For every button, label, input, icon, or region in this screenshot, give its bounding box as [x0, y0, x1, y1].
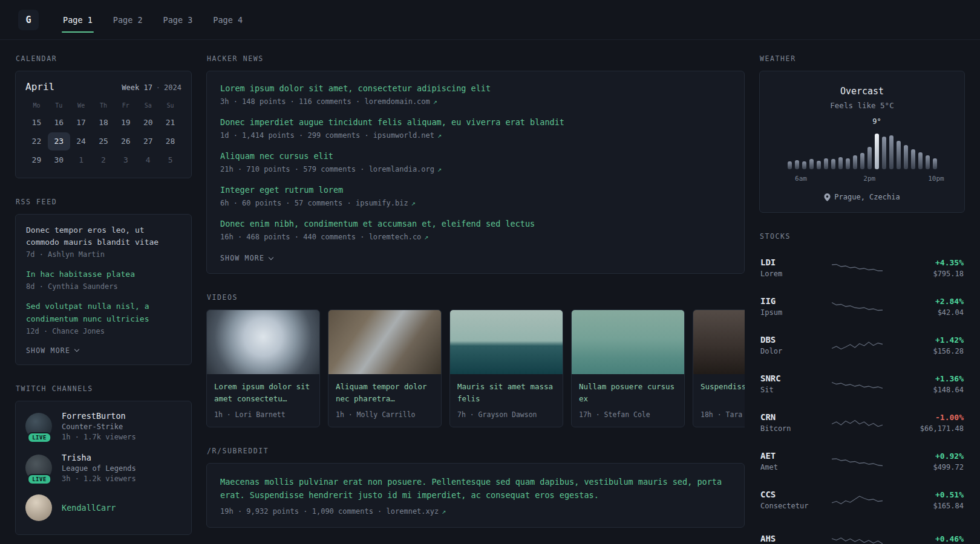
calendar-day-header: We: [70, 102, 93, 109]
video-info: Mauris sit amet massa felis 7h · Grayson…: [450, 374, 563, 427]
stock-price: $795.18: [896, 270, 964, 278]
video-card[interactable]: Mauris sit amet massa felis 7h · Grayson…: [449, 309, 563, 427]
twitch-channel-name[interactable]: ForrestBurton: [62, 411, 136, 421]
stock-price: $148.64: [896, 386, 964, 394]
subreddit-post-meta-text: 19h · 9,932 points · 1,090 comments · lo…: [220, 507, 439, 516]
external-link-icon[interactable]: ↗: [437, 165, 442, 173]
subreddit-post-title[interactable]: Maecenas mollis pulvinar erat non posuer…: [220, 475, 731, 502]
nav-tab[interactable]: Page 3: [162, 13, 194, 27]
calendar-dates: 15 16 17 18 19 20 21 22 23 24 25 26 27 2…: [25, 114, 181, 169]
stock-id: DBS Dolor: [760, 335, 818, 355]
stock-name: Sit: [760, 386, 818, 394]
stock-id: CRN Bitcorn: [760, 412, 818, 433]
weather-bar: [831, 159, 835, 169]
rss-item-title[interactable]: Sed volutpat nulla nisl, a condimentum n…: [26, 300, 181, 325]
calendar-date: 30: [48, 151, 70, 169]
calendar-date: 28: [159, 132, 181, 151]
video-card[interactable]: Aliquam tempor dolor nec pharetra… 1h · …: [328, 309, 442, 427]
video-card[interactable]: Lorem ipsum dolor sit amet consectetu… 1…: [206, 309, 320, 427]
calendar-day-headers: Mo Tu We Th Fr Sa Su: [25, 102, 181, 109]
calendar-day-header: Th: [93, 102, 115, 109]
twitch-channel-info: KendallCarr: [62, 503, 116, 513]
stock-row[interactable]: AET Amet +0.92% $499.72: [759, 442, 965, 481]
calendar-week-year: Week 17·2024: [122, 83, 181, 92]
video-title[interactable]: Suspendisse diam: [701, 381, 745, 405]
video-thumbnail[interactable]: [572, 310, 684, 374]
video-title[interactable]: Nullam posuere cursus ex: [579, 381, 677, 405]
video-title[interactable]: Mauris sit amet massa felis: [457, 381, 555, 405]
video-title[interactable]: Aliquam tempor dolor nec pharetra…: [336, 381, 434, 405]
video-thumbnail[interactable]: [450, 310, 563, 374]
twitch-channel[interactable]: LIVE Trisha League of Legends 3h · 1.2k …: [25, 453, 181, 483]
stock-values: +0.46%: [896, 534, 964, 543]
weather-bar: [838, 157, 843, 169]
videos-widget: VIDEOS Lorem ipsum dolor sit amet consec…: [206, 293, 745, 427]
nav-tab[interactable]: Page 4: [212, 13, 244, 27]
weather-time-label: 6am: [795, 175, 807, 183]
stock-sparkline: [818, 453, 896, 470]
weather-time-label: 10pm: [928, 175, 944, 183]
stock-row[interactable]: LDI Lorem +4.35% $795.18: [759, 248, 965, 287]
stock-row[interactable]: IIG Ipsum +2.84% $42.04: [759, 287, 965, 326]
twitch-channel-name[interactable]: Trisha: [62, 453, 136, 462]
twitch-channel[interactable]: LIVE KendallCarr: [25, 494, 181, 521]
rss-show-more-button[interactable]: SHOW MORE: [26, 345, 181, 356]
stock-price: $156.28: [896, 347, 964, 355]
hn-show-more-button[interactable]: SHOW MORE: [220, 253, 731, 264]
twitch-channel-info: Trisha League of Legends 3h · 1.2k viewe…: [62, 453, 136, 483]
hn-item-title[interactable]: Integer eget rutrum lorem: [220, 185, 731, 195]
video-thumbnail[interactable]: [328, 310, 441, 374]
stock-id: SNRC Sit: [760, 374, 818, 394]
subreddit-post-meta: 19h · 9,932 points · 1,090 comments · lo…: [220, 507, 731, 516]
calendar-day-header: Tu: [48, 102, 70, 109]
weather-temp-label: 9°: [872, 117, 881, 126]
hn-item-title[interactable]: Donec enim nibh, condimentum et accumsan…: [220, 219, 731, 228]
hn-item-meta-text: 1d · 1,414 points · 299 comments · ipsum…: [220, 131, 434, 140]
nav-tab[interactable]: Page 2: [112, 13, 144, 27]
external-link-icon[interactable]: ↗: [437, 131, 442, 140]
stock-row[interactable]: AHS +0.46%: [759, 519, 965, 544]
stock-row[interactable]: SNRC Sit +1.36% $148.64: [759, 364, 965, 403]
hn-item-meta-text: 16h · 468 points · 440 comments · loremt…: [220, 233, 421, 241]
twitch-channel[interactable]: LIVE ForrestBurton Counter-Strike 1h · 1…: [25, 411, 181, 441]
rss-item-title[interactable]: Donec tempor eros leo, ut commodo mauris…: [26, 224, 181, 248]
weather-chart: 9° 6am 2pm 10pm: [769, 116, 955, 183]
weather-bar: [788, 161, 792, 169]
rss-item-title[interactable]: In hac habitasse platea: [26, 268, 181, 280]
external-link-icon[interactable]: ↗: [442, 507, 446, 516]
calendar-date: 21: [159, 114, 181, 132]
rss-list: Donec tempor eros leo, ut commodo mauris…: [26, 224, 181, 335]
stock-values: +0.51% $165.84: [896, 490, 964, 510]
hn-item-title[interactable]: Lorem ipsum dolor sit amet, consectetur …: [220, 83, 731, 93]
stock-row[interactable]: CRN Bitcorn -1.00% $66,171.48: [759, 403, 965, 442]
center-column: HACKER NEWS Lorem ipsum dolor sit amet, …: [206, 54, 745, 544]
stock-name: Lorem: [760, 270, 818, 278]
hn-item-meta-text: 6h · 60 points · 57 comments · ipsumify.…: [220, 199, 408, 207]
rss-widget-title: RSS FEED: [16, 198, 192, 206]
video-info: Suspendisse diam 18h · Tara: [693, 374, 745, 427]
stock-values: +1.36% $148.64: [896, 374, 964, 394]
twitch-avatar-wrap: LIVE: [25, 413, 53, 439]
video-card[interactable]: Suspendisse diam 18h · Tara: [693, 309, 745, 427]
nav-tab[interactable]: Page 1: [62, 13, 94, 27]
external-link-icon[interactable]: ↗: [433, 97, 437, 106]
video-title[interactable]: Lorem ipsum dolor sit amet consectetu…: [214, 381, 312, 405]
hn-item-title[interactable]: Donec imperdiet augue tincidunt felis al…: [220, 117, 731, 127]
twitch-channel-name[interactable]: KendallCarr: [62, 503, 116, 513]
stock-row[interactable]: CCS Consectetur +0.51% $165.84: [759, 481, 965, 519]
weather-bar: [817, 161, 821, 169]
video-thumbnail[interactable]: [207, 310, 319, 374]
stock-id: CCS Consectetur: [760, 490, 818, 510]
stock-change: +0.92%: [896, 452, 964, 461]
external-link-icon[interactable]: ↗: [411, 199, 416, 207]
external-link-icon[interactable]: ↗: [424, 233, 428, 241]
calendar-card: April Week 17·2024 Mo Tu We Th Fr Sa Su …: [15, 71, 192, 178]
hn-item-title[interactable]: Aliquam nec cursus elit: [220, 151, 731, 161]
app-logo[interactable]: G: [18, 10, 39, 30]
avatar: [25, 494, 52, 521]
video-thumbnail[interactable]: [693, 310, 745, 374]
rss-item-meta: 12d · Chance Jones: [26, 327, 181, 335]
stock-row[interactable]: DBS Dolor +1.42% $156.28: [759, 326, 965, 364]
video-card[interactable]: Nullam posuere cursus ex 17h · Stefan Co…: [571, 309, 685, 427]
weather-bar: [911, 149, 915, 169]
